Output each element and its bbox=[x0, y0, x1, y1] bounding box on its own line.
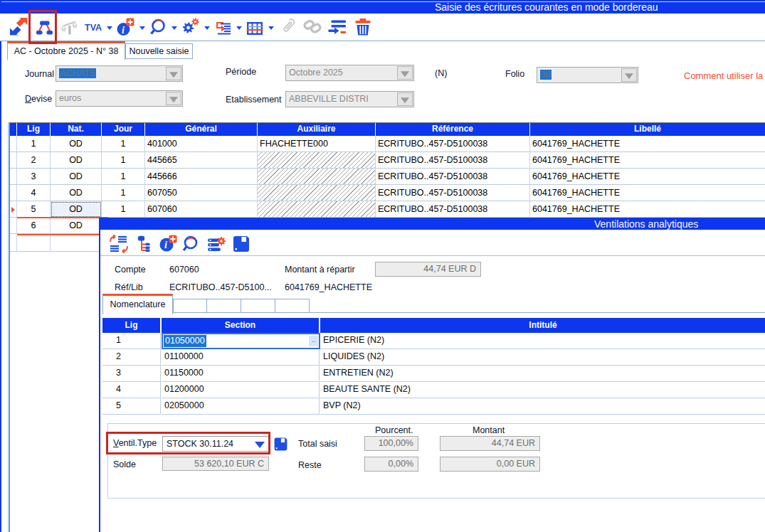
grid-cell-jour[interactable]: 1 bbox=[102, 152, 145, 169]
grid-cell-nat[interactable]: OD bbox=[51, 218, 102, 234]
save-ventil-icon[interactable] bbox=[273, 437, 288, 452]
grid-cell-reference[interactable]: ECRITUBO..457-D5100038 bbox=[376, 201, 530, 218]
grid-cell-libelle[interactable]: 6041769_HACHETTE bbox=[530, 169, 765, 185]
table-grid-dropdown-icon[interactable] bbox=[268, 26, 274, 30]
grid-row[interactable]: 5OD1607060ECRITUBO..457-D51000386041769_… bbox=[10, 201, 765, 218]
grid-cell-lig[interactable]: 3 bbox=[17, 169, 51, 185]
help-link[interactable]: Comment utiliser la bbox=[684, 70, 763, 81]
sections-row[interactable]: 301150000ENTRETIEN (N2) bbox=[102, 366, 765, 382]
grid-cell-lig[interactable] bbox=[17, 235, 51, 252]
panel-info-add-icon[interactable]: i bbox=[159, 235, 177, 253]
grid-cell-reference[interactable]: ECRITUBO..457-D5100038 bbox=[376, 136, 530, 152]
tab-entry[interactable]: AC - Octobre 2025 - N° 38 bbox=[7, 41, 125, 60]
grid-row[interactable]: 1OD1401000FHACHETTE000ECRITUBO..457-D510… bbox=[10, 136, 765, 152]
grid-cell-general[interactable]: 445666 bbox=[145, 169, 258, 185]
settings-gears-icon[interactable] bbox=[181, 17, 200, 36]
sections-cell-section[interactable]: 01200000 bbox=[162, 382, 320, 398]
row-selector-cell[interactable] bbox=[10, 235, 17, 252]
grid-cell-auxiliaire[interactable] bbox=[258, 201, 376, 218]
etablissement-combobox[interactable]: ABBEVILLE DISTRI bbox=[285, 91, 414, 107]
grid-cell-nat[interactable]: OD bbox=[51, 185, 102, 201]
tab-nomenclature[interactable]: Nomenclature bbox=[102, 294, 173, 314]
grid-header-auxiliaire[interactable]: Auxiliaire bbox=[258, 123, 376, 136]
grid-cell-jour[interactable]: 1 bbox=[102, 169, 145, 185]
grid-cell-libelle[interactable]: 6041769_HACHETTE bbox=[530, 185, 765, 201]
sections-cell-intitule[interactable]: BVP (N2) bbox=[320, 398, 765, 415]
journal-combobox[interactable]: ACHATS bbox=[56, 65, 183, 82]
grid-cell-jour[interactable]: 1 bbox=[102, 185, 145, 201]
sections-cell-section[interactable]: 02050000 bbox=[162, 398, 320, 415]
grid-cell-nat[interactable]: OD bbox=[51, 201, 102, 218]
sections-cell-section[interactable]: 01100000 bbox=[162, 349, 320, 366]
sections-cell-lig[interactable]: 2 bbox=[102, 349, 161, 366]
sections-header-section[interactable]: Section bbox=[162, 318, 320, 333]
grid-cell-general[interactable]: 607050 bbox=[145, 185, 258, 201]
sections-row[interactable]: 502050000BVP (N2) bbox=[102, 398, 765, 415]
grid-cell-lig[interactable]: 6 bbox=[17, 218, 51, 234]
sections-cell-intitule[interactable]: EPICERIE (N2) bbox=[320, 333, 765, 349]
tva-button[interactable]: TVA bbox=[85, 23, 102, 33]
periode-dropdown-button[interactable] bbox=[397, 66, 413, 80]
tab-empty-4[interactable] bbox=[275, 299, 310, 313]
grid-cell-lig[interactable]: 4 bbox=[17, 185, 51, 201]
row-selector-cell[interactable] bbox=[10, 136, 17, 152]
sections-cell-intitule[interactable]: BEAUTE SANTE (N2) bbox=[320, 382, 765, 398]
tab-empty-3[interactable] bbox=[241, 299, 275, 313]
settings-dropdown-icon[interactable] bbox=[204, 26, 210, 30]
enter-exit-icon[interactable] bbox=[9, 17, 28, 36]
grid-cell-libelle[interactable]: 6041769_HACHETTE bbox=[530, 152, 765, 169]
etablissement-dropdown-button[interactable] bbox=[397, 92, 413, 106]
total-montant-input[interactable]: 44,74 EUR bbox=[440, 436, 540, 451]
grid-cell-auxiliaire[interactable] bbox=[258, 152, 376, 169]
grid-row[interactable]: 2OD1445665ECRITUBO..457-D51000386041769_… bbox=[10, 152, 765, 169]
row-selector-cell[interactable] bbox=[10, 169, 17, 185]
grid-header-lig[interactable]: Lig bbox=[17, 123, 51, 136]
grid-cell-reference[interactable]: ECRITUBO..457-D5100038 bbox=[376, 152, 530, 169]
transfer-icon[interactable] bbox=[328, 17, 347, 36]
grid-cell-nat[interactable]: OD bbox=[51, 152, 102, 169]
section-browse-button[interactable]: .. bbox=[309, 336, 318, 346]
sections-cell-intitule[interactable]: LIQUIDES (N2) bbox=[320, 349, 765, 366]
delete-trash-icon[interactable] bbox=[354, 17, 372, 36]
sections-cell-lig[interactable]: 1 bbox=[102, 333, 161, 349]
section-cell-editor[interactable]: 01050000 .. bbox=[162, 333, 320, 349]
montant-a-repartir-input[interactable]: 44,74 EUR D bbox=[375, 262, 481, 277]
panel-search-icon[interactable] bbox=[181, 235, 200, 253]
grid-header-jour[interactable]: Jour bbox=[102, 123, 145, 136]
grid-cell-auxiliaire[interactable] bbox=[258, 169, 376, 185]
folio-dropdown-button[interactable] bbox=[621, 68, 637, 82]
grid-row[interactable]: 3OD1445666ECRITUBO..457-D51000386041769_… bbox=[10, 169, 765, 185]
grid-cell-jour[interactable]: 1 bbox=[102, 136, 145, 152]
tva-dropdown-icon[interactable] bbox=[107, 26, 112, 30]
tab-empty-2[interactable] bbox=[207, 299, 241, 313]
grid-cell-lig[interactable]: 1 bbox=[17, 136, 51, 152]
grid-cell-libelle[interactable]: 6041769_HACHETTE bbox=[530, 136, 765, 152]
grid-cell-lig[interactable]: 2 bbox=[17, 152, 51, 169]
search-dropdown-icon[interactable] bbox=[172, 26, 177, 30]
row-selector-cell[interactable] bbox=[10, 185, 17, 201]
sections-cell-lig[interactable]: 4 bbox=[102, 382, 161, 398]
journal-dropdown-button[interactable] bbox=[166, 67, 181, 80]
periode-combobox[interactable]: Octobre 2025 bbox=[285, 65, 414, 81]
info-dropdown-icon[interactable] bbox=[139, 26, 145, 30]
grid-cell-lig[interactable]: 5 bbox=[17, 201, 51, 218]
grid-cell-nat[interactable]: OD bbox=[51, 136, 102, 152]
grid-cell-general[interactable]: 607060 bbox=[145, 201, 258, 218]
table-grid-icon[interactable] bbox=[246, 17, 264, 36]
grid-cell-auxiliaire[interactable]: FHACHETTE000 bbox=[258, 136, 376, 152]
grid-header-reference[interactable]: Référence bbox=[376, 123, 530, 136]
grid-header-nat[interactable]: Nat. bbox=[51, 123, 102, 136]
grid-header-libelle[interactable]: Libellé bbox=[530, 123, 765, 136]
folio-combobox[interactable]: 38 bbox=[537, 67, 638, 83]
row-selector-cell[interactable] bbox=[10, 218, 17, 234]
reste-pourcent-input[interactable]: 0,00% bbox=[364, 457, 418, 472]
devise-dropdown-button[interactable] bbox=[166, 92, 181, 105]
grid-cell-reference[interactable]: ECRITUBO..457-D5100038 bbox=[376, 169, 530, 185]
grid-cell-auxiliaire[interactable] bbox=[258, 185, 376, 201]
search-icon[interactable] bbox=[149, 17, 168, 36]
grid-cell-jour[interactable]: 1 bbox=[102, 201, 145, 218]
grid-cell-libelle[interactable]: 6041769_HACHETTE bbox=[530, 201, 765, 218]
solde-input[interactable]: 53 620,10 EUR C bbox=[162, 457, 269, 471]
tab-empty-1[interactable] bbox=[173, 299, 207, 313]
grid-row[interactable]: 4OD1607050ECRITUBO..457-D51000386041769_… bbox=[10, 185, 765, 201]
